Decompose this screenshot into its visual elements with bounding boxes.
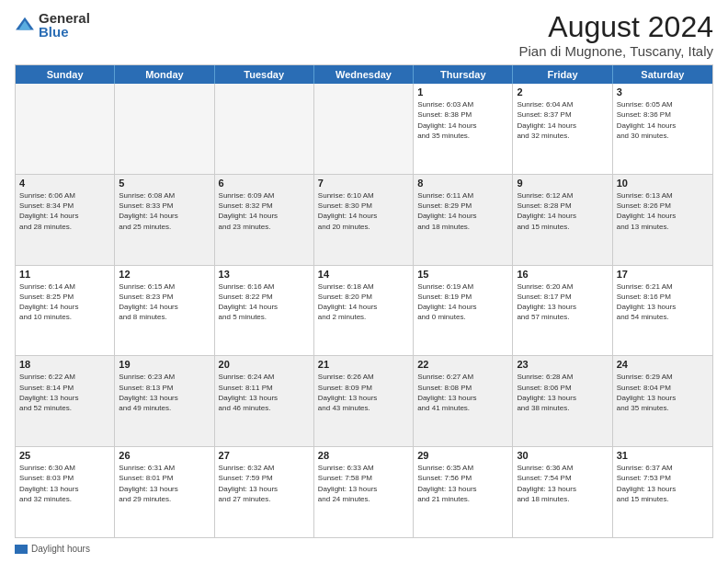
footer: Daylight hours xyxy=(15,544,713,554)
day-number: 27 xyxy=(219,450,310,461)
day-number: 28 xyxy=(318,450,409,461)
calendar-cell: 8Sunrise: 6:11 AM Sunset: 8:29 PM Daylig… xyxy=(414,175,513,265)
daylight-bar: Daylight hours xyxy=(15,544,90,554)
calendar-cell: 17Sunrise: 6:21 AM Sunset: 8:16 PM Dayli… xyxy=(613,266,712,356)
calendar-header-cell: Thursday xyxy=(414,65,513,84)
calendar-row: 1Sunrise: 6:03 AM Sunset: 8:38 PM Daylig… xyxy=(16,84,712,174)
day-info: Sunrise: 6:32 AM Sunset: 7:59 PM Dayligh… xyxy=(219,463,310,504)
calendar-cell: 11Sunrise: 6:14 AM Sunset: 8:25 PM Dayli… xyxy=(16,266,115,356)
day-info: Sunrise: 6:20 AM Sunset: 8:17 PM Dayligh… xyxy=(517,282,608,323)
calendar-cell: 28Sunrise: 6:33 AM Sunset: 7:58 PM Dayli… xyxy=(314,447,414,537)
day-number: 18 xyxy=(19,359,110,370)
day-number: 2 xyxy=(517,86,608,98)
calendar-cell: 25Sunrise: 6:30 AM Sunset: 8:03 PM Dayli… xyxy=(16,447,115,537)
day-number: 6 xyxy=(219,178,310,189)
day-number: 9 xyxy=(517,178,608,189)
calendar-cell xyxy=(16,84,115,174)
day-info: Sunrise: 6:04 AM Sunset: 8:37 PM Dayligh… xyxy=(517,99,608,141)
calendar-header-cell: Tuesday xyxy=(215,65,314,84)
day-info: Sunrise: 6:16 AM Sunset: 8:22 PM Dayligh… xyxy=(219,282,310,323)
calendar-header: SundayMondayTuesdayWednesdayThursdayFrid… xyxy=(16,65,712,84)
day-info: Sunrise: 6:37 AM Sunset: 7:53 PM Dayligh… xyxy=(617,463,709,504)
calendar-cell: 5Sunrise: 6:08 AM Sunset: 8:33 PM Daylig… xyxy=(115,175,214,265)
logo: General Blue xyxy=(15,11,90,39)
day-info: Sunrise: 6:31 AM Sunset: 8:01 PM Dayligh… xyxy=(119,463,210,504)
day-number: 16 xyxy=(517,269,608,280)
logo-general: General xyxy=(39,11,90,25)
calendar-cell: 24Sunrise: 6:29 AM Sunset: 8:04 PM Dayli… xyxy=(613,356,712,446)
day-info: Sunrise: 6:18 AM Sunset: 8:20 PM Dayligh… xyxy=(318,282,409,323)
calendar-cell: 22Sunrise: 6:27 AM Sunset: 8:08 PM Dayli… xyxy=(414,356,513,446)
calendar-cell xyxy=(115,84,214,174)
calendar-cell: 21Sunrise: 6:26 AM Sunset: 8:09 PM Dayli… xyxy=(314,356,414,446)
day-number: 12 xyxy=(119,269,210,280)
logo-icon xyxy=(15,15,35,35)
day-info: Sunrise: 6:23 AM Sunset: 8:13 PM Dayligh… xyxy=(119,372,210,413)
day-info: Sunrise: 6:12 AM Sunset: 8:28 PM Dayligh… xyxy=(517,190,608,232)
calendar-cell: 18Sunrise: 6:22 AM Sunset: 8:14 PM Dayli… xyxy=(16,356,115,446)
calendar-header-cell: Friday xyxy=(513,65,612,84)
day-info: Sunrise: 6:06 AM Sunset: 8:34 PM Dayligh… xyxy=(19,190,110,232)
day-number: 8 xyxy=(417,178,508,189)
header: General Blue August 2024 Pian di Mugnone… xyxy=(15,11,713,59)
day-number: 20 xyxy=(219,359,310,370)
day-number: 10 xyxy=(617,178,709,189)
calendar-row: 4Sunrise: 6:06 AM Sunset: 8:34 PM Daylig… xyxy=(16,174,712,265)
logo-blue: Blue xyxy=(39,25,90,39)
day-number: 26 xyxy=(119,450,210,461)
calendar-header-cell: Wednesday xyxy=(314,65,414,84)
day-info: Sunrise: 6:10 AM Sunset: 8:30 PM Dayligh… xyxy=(318,190,409,232)
calendar-cell: 10Sunrise: 6:13 AM Sunset: 8:26 PM Dayli… xyxy=(613,175,712,265)
day-info: Sunrise: 6:22 AM Sunset: 8:14 PM Dayligh… xyxy=(19,372,110,413)
day-number: 15 xyxy=(417,269,508,280)
calendar-header-cell: Sunday xyxy=(16,65,115,84)
day-number: 23 xyxy=(517,359,608,370)
day-number: 11 xyxy=(19,269,110,280)
day-number: 24 xyxy=(617,359,709,370)
day-info: Sunrise: 6:09 AM Sunset: 8:32 PM Dayligh… xyxy=(219,190,310,232)
day-number: 5 xyxy=(119,178,210,189)
calendar-body: 1Sunrise: 6:03 AM Sunset: 8:38 PM Daylig… xyxy=(16,84,712,537)
daylight-label: Daylight hours xyxy=(31,544,90,554)
day-info: Sunrise: 6:29 AM Sunset: 8:04 PM Dayligh… xyxy=(617,372,709,413)
day-info: Sunrise: 6:03 AM Sunset: 8:38 PM Dayligh… xyxy=(417,99,508,141)
calendar-cell: 14Sunrise: 6:18 AM Sunset: 8:20 PM Dayli… xyxy=(314,266,414,356)
calendar-cell: 30Sunrise: 6:36 AM Sunset: 7:54 PM Dayli… xyxy=(513,447,612,537)
day-info: Sunrise: 6:27 AM Sunset: 8:08 PM Dayligh… xyxy=(417,372,508,413)
day-info: Sunrise: 6:24 AM Sunset: 8:11 PM Dayligh… xyxy=(219,372,310,413)
day-number: 7 xyxy=(318,178,409,189)
day-info: Sunrise: 6:13 AM Sunset: 8:26 PM Dayligh… xyxy=(617,190,709,232)
day-info: Sunrise: 6:21 AM Sunset: 8:16 PM Dayligh… xyxy=(617,282,709,323)
day-info: Sunrise: 6:08 AM Sunset: 8:33 PM Dayligh… xyxy=(119,190,210,232)
day-number: 31 xyxy=(617,450,709,461)
day-info: Sunrise: 6:30 AM Sunset: 8:03 PM Dayligh… xyxy=(19,463,110,504)
day-number: 25 xyxy=(19,450,110,461)
calendar-cell xyxy=(215,84,314,174)
calendar-cell xyxy=(314,84,414,174)
day-number: 22 xyxy=(417,359,508,370)
calendar-cell: 23Sunrise: 6:28 AM Sunset: 8:06 PM Dayli… xyxy=(513,356,612,446)
calendar-cell: 12Sunrise: 6:15 AM Sunset: 8:23 PM Dayli… xyxy=(115,266,214,356)
day-info: Sunrise: 6:35 AM Sunset: 7:56 PM Dayligh… xyxy=(417,463,508,504)
daylight-bar-icon xyxy=(15,545,28,554)
calendar-header-cell: Saturday xyxy=(613,65,712,84)
day-number: 1 xyxy=(417,86,508,98)
day-number: 14 xyxy=(318,269,409,280)
day-info: Sunrise: 6:05 AM Sunset: 8:36 PM Dayligh… xyxy=(617,99,709,141)
calendar-cell: 13Sunrise: 6:16 AM Sunset: 8:22 PM Dayli… xyxy=(215,266,314,356)
page-title: August 2024 xyxy=(518,11,713,43)
calendar-cell: 20Sunrise: 6:24 AM Sunset: 8:11 PM Dayli… xyxy=(215,356,314,446)
calendar-cell: 19Sunrise: 6:23 AM Sunset: 8:13 PM Dayli… xyxy=(115,356,214,446)
title-block: August 2024 Pian di Mugnone, Tuscany, It… xyxy=(518,11,713,59)
day-info: Sunrise: 6:33 AM Sunset: 7:58 PM Dayligh… xyxy=(318,463,409,504)
day-number: 13 xyxy=(219,269,310,280)
day-number: 19 xyxy=(119,359,210,370)
calendar-cell: 26Sunrise: 6:31 AM Sunset: 8:01 PM Dayli… xyxy=(115,447,214,537)
calendar-cell: 3Sunrise: 6:05 AM Sunset: 8:36 PM Daylig… xyxy=(613,84,712,174)
day-info: Sunrise: 6:26 AM Sunset: 8:09 PM Dayligh… xyxy=(318,372,409,413)
day-number: 3 xyxy=(617,86,709,98)
day-info: Sunrise: 6:36 AM Sunset: 7:54 PM Dayligh… xyxy=(517,463,608,504)
calendar-cell: 31Sunrise: 6:37 AM Sunset: 7:53 PM Dayli… xyxy=(613,447,712,537)
calendar-cell: 1Sunrise: 6:03 AM Sunset: 8:38 PM Daylig… xyxy=(414,84,513,174)
calendar-cell: 7Sunrise: 6:10 AM Sunset: 8:30 PM Daylig… xyxy=(314,175,414,265)
